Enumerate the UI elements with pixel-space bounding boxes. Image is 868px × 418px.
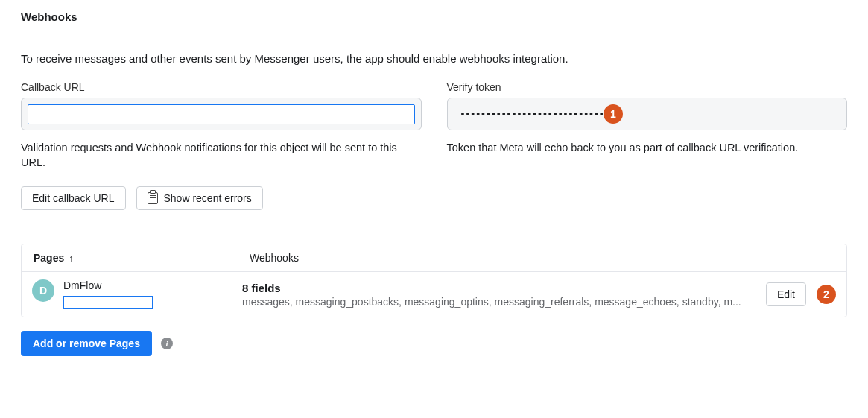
page-id-box: [63, 296, 153, 309]
clipboard-icon: [148, 192, 158, 204]
table-header-row: Pages ↑ Webhooks: [22, 244, 846, 272]
sort-arrow-icon: ↑: [69, 253, 74, 264]
pages-table: Pages ↑ Webhooks D DmFlow 8 fields messa…: [21, 244, 847, 317]
edit-callback-label: Edit callback URL: [32, 192, 115, 204]
cell-page: D DmFlow: [22, 272, 238, 317]
col-header-webhooks: Webhooks: [238, 244, 846, 271]
intro-text: To receive messages and other events sen…: [21, 52, 847, 65]
col-header-pages[interactable]: Pages ↑: [22, 244, 238, 271]
page-title-text: Webhooks: [21, 10, 77, 23]
edit-page-label: Edit: [777, 288, 795, 300]
fields-list: messages, messaging_postbacks, messaging…: [242, 296, 744, 308]
config-actions: Edit callback URL Show recent errors: [21, 186, 847, 227]
callback-field: Callback URL Validation requests and Web…: [21, 81, 422, 170]
table-row: D DmFlow 8 fields messages, messaging_po…: [22, 272, 846, 317]
edit-page-button[interactable]: Edit: [766, 282, 806, 306]
token-masked-value: ••••••••••••••••••••••••••••: [454, 108, 605, 120]
fields-row: Callback URL Validation requests and Web…: [21, 81, 847, 170]
callback-url-input[interactable]: [28, 104, 415, 124]
token-field: Verify token •••••••••••••••••••••••••••…: [447, 81, 848, 170]
token-help: Token that Meta will echo back to you as…: [447, 141, 848, 156]
token-label: Verify token: [447, 81, 848, 93]
pages-section: Pages ↑ Webhooks D DmFlow 8 fields messa…: [0, 227, 868, 364]
callback-input-wrapper: [21, 98, 422, 130]
add-remove-pages-label: Add or remove Pages: [33, 338, 140, 349]
cell-webhooks: 8 fields messages, messaging_postbacks, …: [238, 274, 755, 315]
callout-badge-2: 2: [817, 285, 836, 304]
add-pages-row: Add or remove Pages i: [21, 331, 847, 356]
page-name-block: DmFlow: [63, 279, 153, 309]
show-errors-label: Show recent errors: [164, 192, 252, 204]
webhook-config-section: To receive messages and other events sen…: [0, 34, 868, 227]
page-avatar: D: [32, 279, 54, 302]
token-display-wrapper: •••••••••••••••••••••••••••• 1: [447, 98, 848, 130]
add-remove-pages-button[interactable]: Add or remove Pages: [21, 331, 152, 356]
page-title: Webhooks: [0, 0, 868, 34]
show-errors-button[interactable]: Show recent errors: [136, 186, 263, 210]
fields-count: 8 fields: [242, 282, 744, 294]
callback-help: Validation requests and Webhook notifica…: [21, 141, 422, 170]
info-icon[interactable]: i: [161, 338, 173, 349]
edit-callback-button[interactable]: Edit callback URL: [21, 186, 126, 210]
col-header-pages-label: Pages: [34, 252, 64, 264]
callout-badge-1: 1: [604, 104, 623, 124]
page-name: DmFlow: [63, 279, 153, 291]
col-header-webhooks-label: Webhooks: [250, 252, 299, 264]
callback-label: Callback URL: [21, 81, 422, 93]
cell-action: Edit 2: [755, 275, 846, 314]
